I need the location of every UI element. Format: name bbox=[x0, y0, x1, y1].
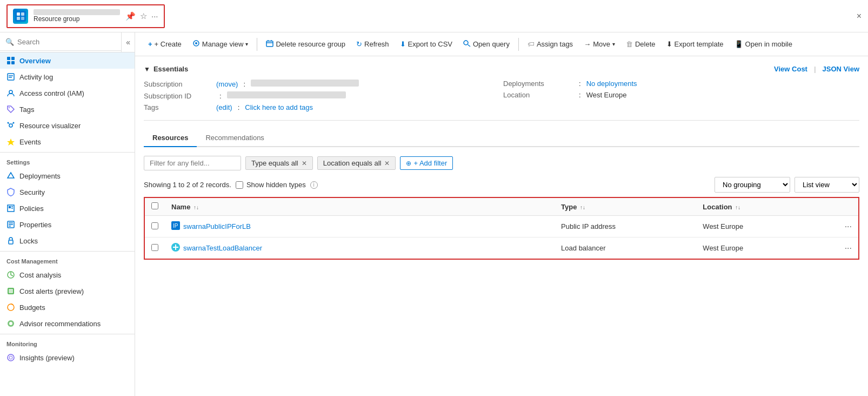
svg-rect-28 bbox=[9, 240, 13, 244]
close-button[interactable]: × bbox=[857, 11, 862, 21]
sidebar-item-security[interactable]: Security bbox=[0, 184, 135, 200]
tags-add-link[interactable]: Click here to add tags bbox=[245, 103, 313, 111]
location-filter-close-button[interactable]: ✕ bbox=[384, 160, 390, 167]
move-button[interactable]: → Move ▾ bbox=[579, 37, 619, 51]
grouping-select[interactable]: No grouping bbox=[715, 177, 790, 193]
sidebar-item-iam[interactable]: Access control (IAM) bbox=[0, 85, 135, 101]
sidebar-item-insights[interactable]: Insights (preview) bbox=[0, 349, 135, 366]
sidebar-item-overview[interactable]: Overview bbox=[0, 52, 135, 69]
resource-actions-cell: ··· bbox=[838, 216, 859, 237]
export-csv-button[interactable]: ⬇ Export to CSV bbox=[396, 37, 457, 51]
resources-table: Name ↑↓ Type ↑↓ Location ↑↓ bbox=[144, 197, 859, 260]
manage-view-button[interactable]: Manage view ▾ bbox=[188, 37, 253, 51]
more-options-icon[interactable]: ··· bbox=[151, 11, 158, 21]
tags-label: Tags bbox=[144, 103, 214, 111]
table-header-type[interactable]: Type ↑↓ bbox=[555, 197, 696, 216]
table-header-actions bbox=[838, 197, 859, 216]
deployments-value-link[interactable]: No deployments bbox=[586, 80, 637, 88]
resource-type-label: Resource group bbox=[34, 15, 120, 23]
assign-tags-icon: 🏷 bbox=[528, 40, 535, 48]
table-row: IP swarnaPublicIPForLB Public IP address… bbox=[144, 216, 859, 237]
tab-recommendations[interactable]: Recommendations bbox=[197, 129, 272, 147]
sidebar-item-cost-alerts-label: Cost alerts (preview) bbox=[19, 287, 84, 295]
title-actions: 📌 ☆ ··· bbox=[125, 11, 158, 21]
assign-tags-button[interactable]: 🏷 Assign tags bbox=[523, 37, 577, 51]
location-row: Location : West Europe bbox=[503, 91, 859, 99]
resource-name-cell: IP swarnaPublicIPForLB bbox=[165, 216, 555, 237]
filter-input[interactable] bbox=[144, 156, 241, 170]
sidebar-item-properties[interactable]: Properties bbox=[0, 216, 135, 233]
star-icon[interactable]: ☆ bbox=[140, 11, 147, 21]
sidebar-search-icon: 🔍 bbox=[5, 38, 14, 46]
delete-resource-group-button[interactable]: Delete resource group bbox=[262, 37, 350, 51]
type-filter-close-button[interactable]: ✕ bbox=[302, 160, 307, 167]
sidebar-item-locks[interactable]: Locks bbox=[0, 233, 135, 249]
svg-point-35 bbox=[8, 354, 14, 361]
resource-name-link-1[interactable]: swarnaTestLoadBalancer bbox=[171, 243, 548, 253]
move-chevron-icon: ▾ bbox=[612, 41, 615, 47]
policies-icon bbox=[6, 204, 15, 213]
table-header-name[interactable]: Name ↑↓ bbox=[165, 197, 555, 216]
tab-resources[interactable]: Resources bbox=[144, 129, 197, 147]
view-cost-link[interactable]: View Cost bbox=[774, 65, 807, 73]
cost-alerts-icon bbox=[6, 287, 15, 295]
resource-actions-cell: ··· bbox=[838, 237, 859, 260]
sidebar-item-overview-label: Overview bbox=[19, 57, 51, 65]
svg-rect-21 bbox=[9, 206, 11, 208]
tags-edit-link[interactable]: (edit) bbox=[216, 103, 232, 111]
open-mobile-button[interactable]: 📱 Open in mobile bbox=[730, 37, 797, 51]
row-more-button-0[interactable]: ··· bbox=[845, 222, 852, 231]
sidebar-item-events[interactable]: Events bbox=[0, 134, 135, 150]
select-all-checkbox[interactable] bbox=[151, 202, 158, 209]
records-bar: Showing 1 to 2 of 2 records. Show hidden… bbox=[144, 177, 859, 193]
sidebar-item-cost-analysis[interactable]: Cost analysis bbox=[0, 267, 135, 283]
row-checkbox-0[interactable] bbox=[151, 222, 158, 229]
sidebar-item-activity-log[interactable]: Activity log bbox=[0, 69, 135, 85]
resource-type-cell: Public IP address bbox=[555, 216, 696, 237]
pin-icon[interactable]: 📌 bbox=[125, 11, 136, 21]
sidebar-item-policies[interactable]: Policies bbox=[0, 200, 135, 216]
sidebar-item-advisor[interactable]: Advisor recommendations bbox=[0, 315, 135, 332]
sidebar-item-budgets[interactable]: Budgets bbox=[0, 299, 135, 315]
delete-rg-icon bbox=[266, 39, 273, 49]
subscription-move-link[interactable]: (move) bbox=[216, 80, 238, 88]
essentials-grid: Subscription (move) : Subscription ID : … bbox=[144, 80, 859, 121]
refresh-button[interactable]: ↻ Refresh bbox=[352, 37, 393, 51]
sidebar-item-deployments[interactable]: Deployments bbox=[0, 168, 135, 184]
hidden-types-info-icon[interactable]: i bbox=[310, 181, 318, 189]
svg-point-13 bbox=[9, 107, 10, 108]
resource-name-link-0[interactable]: IP swarnaPublicIPForLB bbox=[171, 221, 548, 232]
show-hidden-checkbox[interactable] bbox=[236, 181, 243, 189]
open-query-icon bbox=[463, 39, 471, 49]
table-header-location[interactable]: Location ↑↓ bbox=[696, 197, 838, 216]
sidebar-item-tags-label: Tags bbox=[19, 105, 34, 114]
locks-icon bbox=[6, 236, 15, 245]
row-more-button-1[interactable]: ··· bbox=[845, 243, 852, 253]
row-checkbox-cell bbox=[144, 237, 165, 260]
deployments-row: Deployments : No deployments bbox=[503, 80, 859, 88]
row-checkbox-1[interactable] bbox=[151, 244, 158, 251]
svg-point-12 bbox=[9, 90, 12, 94]
view-select[interactable]: List view bbox=[794, 177, 859, 193]
create-button[interactable]: + + Create bbox=[144, 37, 186, 51]
monitoring-section-label: Monitoring bbox=[0, 334, 135, 349]
delete-button[interactable]: 🗑 Delete bbox=[622, 37, 660, 51]
search-input[interactable] bbox=[17, 38, 116, 46]
sidebar-item-resource-visualizer[interactable]: Resource visualizer bbox=[0, 117, 135, 134]
sidebar-item-tags[interactable]: Tags bbox=[0, 101, 135, 117]
add-filter-button[interactable]: ⊕ + Add filter bbox=[400, 156, 453, 170]
refresh-icon: ↻ bbox=[356, 40, 362, 48]
essentials-toggle-icon[interactable]: ▼ bbox=[144, 65, 150, 73]
sidebar-collapse-button[interactable]: « bbox=[121, 32, 135, 52]
open-query-button[interactable]: Open query bbox=[459, 37, 514, 51]
sidebar-item-cost-alerts[interactable]: Cost alerts (preview) bbox=[0, 283, 135, 299]
svg-rect-39 bbox=[266, 41, 273, 47]
activity-log-icon bbox=[6, 72, 15, 81]
essentials-actions: View Cost | JSON View bbox=[774, 65, 859, 73]
json-view-link[interactable]: JSON View bbox=[823, 65, 859, 73]
location-label: Location bbox=[503, 91, 573, 99]
toolbar-divider-2 bbox=[518, 38, 519, 51]
main-content: + + Create Manage view ▾ bbox=[135, 32, 868, 396]
export-template-button[interactable]: ⬇ Export template bbox=[662, 37, 728, 51]
overview-icon bbox=[6, 56, 15, 65]
